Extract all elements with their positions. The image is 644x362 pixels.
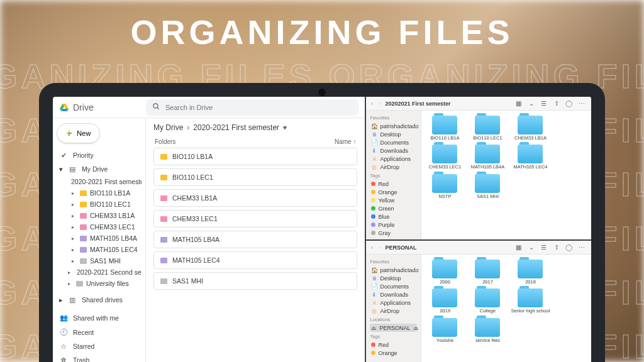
caret-right-icon: ▸ [72,247,77,253]
chevron-down-icon[interactable]: ⌄ [527,243,536,252]
sidebar-favorite[interactable]: A Applications [370,155,417,163]
tree-item[interactable]: ▸ BIO110 LEC1 [59,199,142,210]
sidebar-tag[interactable]: Purple [370,221,417,229]
action-icon[interactable]: ⋯ [577,99,586,108]
tree-semester[interactable]: 2020-2021 First semester [59,176,142,187]
view-grid-icon[interactable]: ▦ [514,243,523,252]
sidebar-item-shared-drives[interactable]: ▸ ▥ Shared drives [57,293,142,307]
grid-folder[interactable]: MATH105 LB4A [467,145,508,170]
tree-item[interactable]: ▸ 2020-2021 Second seme... [59,266,142,278]
chevron-down-icon[interactable]: ▾ [283,123,287,132]
sidebar-item-recent[interactable]: 🕘 Recent [57,325,142,339]
folder-icon [475,260,500,278]
tree-item[interactable]: ▸ BIO110 LB1A [59,187,142,199]
sidebar-item-starred[interactable]: ☆ Starred [57,339,142,353]
eject-icon[interactable]: ⏏ [413,325,419,331]
grid-folder[interactable]: NSTP [424,174,465,199]
grid-folder[interactable]: Youtube [424,318,465,343]
tree-item[interactable]: ▸ SAS1 MHI [59,255,142,266]
tag-icon[interactable]: ◯ [565,99,574,108]
grid-folder[interactable]: SAS1 MHI [467,174,508,199]
sidebar-tag[interactable]: Red [370,180,417,188]
breadcrumb-root[interactable]: My Drive [153,123,183,132]
share-icon[interactable]: ⇪ [552,99,561,108]
sidebar-favorite[interactable]: 🖥 Desktop [370,274,417,282]
tag-dot-icon [371,206,375,211]
tree-item[interactable]: ▸ CHEM33 LB1A [59,210,142,221]
sidebar-favorite[interactable]: 📄 Documents [370,282,417,290]
nav-back-icon[interactable]: ‹ [371,101,373,107]
tag-dot-icon [371,190,375,194]
sidebar-item-trash[interactable]: 🗑 Trash [57,353,142,362]
share-icon[interactable]: ⇪ [552,243,561,252]
grid-folder[interactable]: 2019 [424,288,465,314]
folder-row[interactable]: BIO110 LEC1 [153,168,357,186]
tree-label: BIO110 LB1A [90,189,130,197]
sidebar-item-mydrive[interactable]: ▾ ▤ My Drive [57,162,142,176]
folder-row[interactable]: SAS1 MHI [153,272,357,290]
caret-down-icon: ▾ [59,165,63,173]
group-icon[interactable]: ☰ [540,243,548,252]
action-icon[interactable]: ⋯ [577,243,586,252]
sidebar-tag[interactable]: Blue [370,212,417,221]
grid-folder[interactable]: CHEM33 LB1A [509,116,551,141]
sidebar-location-personal[interactable]: ⏏ PERSONAL ⏏ [370,324,417,332]
sidebar-tag[interactable]: Green [370,204,417,212]
nav-fwd-icon[interactable]: › [378,101,380,107]
folder-row[interactable]: MATH105 LB4A [153,231,357,248]
chevron-down-icon[interactable]: ⌄ [527,99,536,108]
drive-logo-cell[interactable]: Drive [53,102,146,112]
sidebar-favorite[interactable]: ◎ AirDrop [370,163,417,171]
tree-item[interactable]: ▸ MATH105 LB4A [59,233,142,244]
trash-icon: 🗑 [59,356,68,362]
new-button[interactable]: + New [57,123,100,143]
folder-row[interactable]: BIO110 LB1A [153,148,357,165]
group-icon[interactable]: ☰ [540,99,548,108]
grid-folder[interactable]: 2018 [509,260,551,285]
breadcrumb-current[interactable]: 2020-2021 First semester [193,123,279,132]
grid-folder[interactable]: 2017 [467,260,508,285]
folder-row[interactable]: MATH105 LEC4 [153,251,357,269]
tree-item[interactable]: ▸ University files [59,278,142,289]
sidebar-favorite[interactable]: 🏠 patrishadictado [370,266,417,274]
sidebar-tag[interactable]: Yellow [370,196,417,204]
grid-folder[interactable]: BIO110 LB1A [424,116,465,141]
grid-folder[interactable]: 2000 [424,260,465,285]
grid-folder[interactable]: CHEM33 LEC1 [424,145,465,170]
sidebar-tag[interactable]: Orange [370,188,417,196]
grid-folder[interactable]: College [467,288,508,314]
grid-folder[interactable]: BIO110 LEC1 [467,116,508,141]
tag-icon[interactable]: ◯ [565,243,574,252]
tree-label: SAS1 MHI [90,257,121,265]
sidebar-item-label: Yellow [378,197,394,204]
search-input[interactable] [165,104,352,111]
tree-label: CHEM33 LEC1 [90,223,135,231]
sidebar-item-priority[interactable]: ✔ Priority [57,148,142,162]
nav-fwd-icon[interactable]: › [378,244,380,251]
sidebar-favorite[interactable]: ⬇ Downloads [370,290,417,299]
sidebar-tag[interactable]: Red [370,341,417,349]
grid-folder[interactable]: MATH105 LEC4 [509,145,551,170]
col-name[interactable]: Name ↑ [335,138,356,145]
sidebar-favorite[interactable]: 🏠 patrishadictado [370,122,417,130]
sidebar-favorite[interactable]: ◎ AirDrop [370,307,417,315]
sidebar-favorite[interactable]: 📄 Documents [370,138,417,146]
folder-row[interactable]: CHEM33 LB1A [153,189,357,207]
svg-point-0 [153,104,158,108]
sidebar-favorite[interactable]: 🖥 Desktop [370,130,417,138]
tree-item[interactable]: ▸ MATH105 LEC4 [59,244,142,255]
folder-row[interactable]: CHEM33 LEC1 [153,210,357,228]
grid-folder[interactable]: Senior high school [509,288,551,314]
sidebar-favorite[interactable]: ⬇ Downloads [370,146,417,155]
view-grid-icon[interactable]: ▦ [514,99,523,108]
grid-folder[interactable]: service files [467,318,508,343]
sidebar-item-label: PERSONAL [379,325,410,331]
search-box[interactable] [146,99,358,116]
tree-item[interactable]: ▸ CHEM33 LEC1 [59,221,142,233]
sidebar-tag[interactable]: Gray [370,229,417,237]
caret-right-icon: ▸ [72,213,77,219]
sidebar-tag[interactable]: Orange [370,349,417,357]
nav-back-icon[interactable]: ‹ [371,244,373,251]
sidebar-favorite[interactable]: A Applications [370,299,417,307]
sidebar-item-shared-with-me[interactable]: 👥 Shared with me [57,310,142,325]
